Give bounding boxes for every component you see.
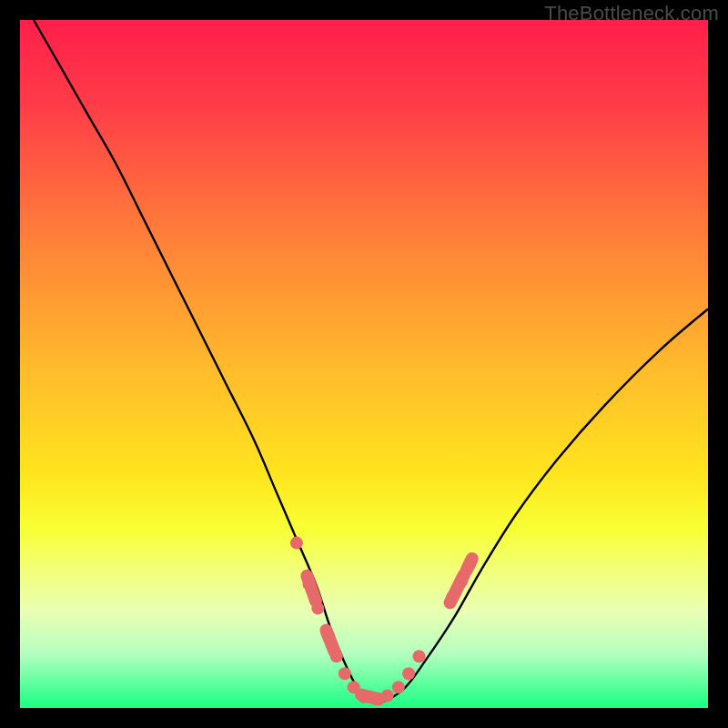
annotation-dot bbox=[358, 691, 370, 703]
annotation-dot bbox=[381, 689, 394, 702]
annotation-dot bbox=[303, 578, 316, 591]
annotation-dot bbox=[330, 650, 343, 662]
series-line bbox=[34, 20, 708, 703]
annotation-dot bbox=[455, 574, 468, 587]
annotation-dot bbox=[311, 602, 324, 614]
chart-svg bbox=[20, 20, 708, 708]
annotation-dots bbox=[290, 537, 477, 706]
annotation-dot bbox=[392, 681, 405, 693]
annotation-dot bbox=[348, 681, 360, 693]
annotation-dot bbox=[446, 592, 459, 604]
watermark-text: TheBottleneck.com bbox=[544, 2, 719, 25]
annotation-dot bbox=[463, 557, 476, 570]
plot-area bbox=[20, 20, 708, 708]
annotation-dot bbox=[413, 650, 426, 662]
annotation-dot bbox=[370, 693, 383, 705]
outer-frame: TheBottleneck.com bbox=[0, 0, 728, 728]
annotation-dot bbox=[322, 630, 335, 642]
annotation-dot bbox=[290, 537, 303, 550]
annotation-dot bbox=[339, 667, 351, 680]
annotation-dot bbox=[402, 667, 415, 680]
